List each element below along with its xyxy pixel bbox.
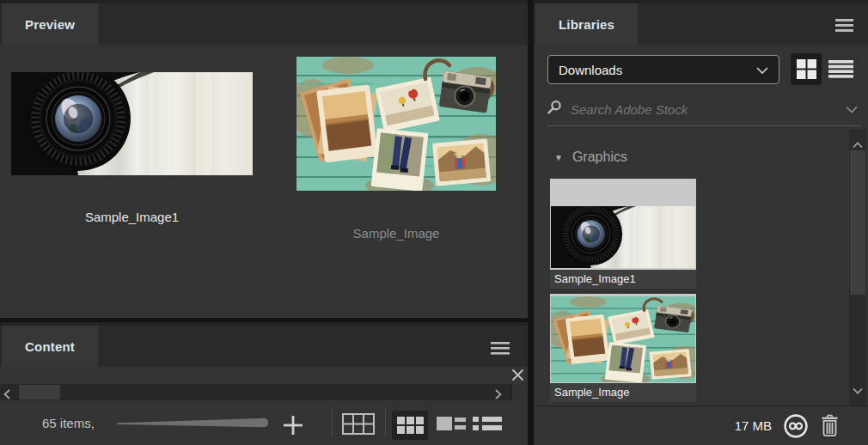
adobe-workspace: Preview Sample_Image1 Sample_Image Conte… <box>0 0 868 445</box>
library-list-view-icon[interactable] <box>828 60 853 82</box>
preview-image-lens[interactable] <box>11 72 253 175</box>
separator <box>332 409 333 436</box>
library-asset-lens[interactable]: Sample_Image1 <box>550 179 696 289</box>
collage-photo-thumbnail <box>551 296 695 382</box>
asset-label: Sample_Image1 <box>550 270 696 289</box>
asset-thumbnail <box>550 179 696 270</box>
search-icon <box>547 100 562 119</box>
preview-tabbar: Preview <box>0 0 528 45</box>
creative-cloud-sync-icon[interactable] <box>783 413 809 439</box>
grid-view-icon[interactable] <box>342 413 375 438</box>
thumbnail-size-slider[interactable] <box>116 416 271 433</box>
content-panel: Content 65 items, <box>0 322 528 445</box>
tab-libraries[interactable]: Libraries <box>535 3 638 45</box>
asset-thumbnail <box>550 294 696 383</box>
horizontal-scrollbar[interactable] <box>0 384 528 400</box>
scroll-down-icon[interactable] <box>853 382 863 398</box>
storage-used-label: 17 MB <box>735 418 772 433</box>
tab-content[interactable]: Content <box>2 326 98 367</box>
search-bar <box>547 96 858 122</box>
details-view-icon[interactable] <box>437 415 466 436</box>
preview-image-lens-label: Sample_Image1 <box>11 210 253 224</box>
libraries-bottombar: 17 MB <box>534 405 868 445</box>
search-options-chevron-icon[interactable] <box>846 101 858 117</box>
library-select-value: Downloads <box>559 63 622 77</box>
scrollbar-corner <box>511 384 528 400</box>
libraries-tabbar: Libraries <box>534 0 868 45</box>
lens-photo-thumbnail <box>551 206 695 268</box>
library-assets-area: ▼ Graphics Sample_Image1 Sample_Image <box>534 129 849 405</box>
asset-label: Sample_Image <box>550 383 696 402</box>
search-underline <box>547 125 861 126</box>
content-panel-menu-icon[interactable] <box>491 342 510 358</box>
thumbnail-view-icon <box>397 417 424 434</box>
libraries-tab-label: Libraries <box>559 17 614 32</box>
tab-preview[interactable]: Preview <box>2 3 98 45</box>
graphics-section-label: Graphics <box>572 149 627 165</box>
graphics-section-header[interactable]: ▼ Graphics <box>554 149 627 165</box>
content-tab-label: Content <box>25 339 75 354</box>
thumbnail-view-button[interactable] <box>392 411 428 440</box>
library-select[interactable]: Downloads <box>547 55 779 84</box>
chevron-down-icon <box>756 62 768 77</box>
preview-image-collage[interactable] <box>296 57 496 191</box>
close-icon[interactable] <box>511 369 524 385</box>
lens-photo-image <box>11 72 253 175</box>
separator <box>385 409 386 436</box>
content-tabbar: Content <box>0 322 528 367</box>
preview-canvas: Sample_Image1 Sample_Image <box>0 45 528 318</box>
list-view-icon[interactable] <box>473 415 502 436</box>
collapse-triangle-icon: ▼ <box>554 153 563 162</box>
items-count-label: 65 items, <box>42 400 95 445</box>
grid-view-icon <box>797 59 816 79</box>
collage-photo-image <box>296 57 496 191</box>
vertical-scrollbar[interactable] <box>849 129 866 405</box>
preview-image-collage-label: Sample_Image <box>296 226 496 241</box>
libraries-panel: Libraries Downloads <box>534 0 868 445</box>
preview-panel: Preview Sample_Image1 Sample_Image <box>0 0 528 318</box>
horizontal-scrollbar-thumb[interactable] <box>19 385 60 399</box>
library-grid-view-button[interactable] <box>791 53 822 85</box>
search-input[interactable] <box>571 102 846 117</box>
trash-icon[interactable] <box>820 414 840 437</box>
content-statusbar: 65 items, <box>0 400 528 445</box>
preview-tab-label: Preview <box>25 17 75 32</box>
library-asset-collage[interactable]: Sample_Image <box>550 294 696 402</box>
libraries-panel-menu-icon[interactable] <box>835 19 853 35</box>
plus-icon[interactable] <box>282 414 304 440</box>
vertical-scrollbar-thumb[interactable] <box>850 150 865 295</box>
